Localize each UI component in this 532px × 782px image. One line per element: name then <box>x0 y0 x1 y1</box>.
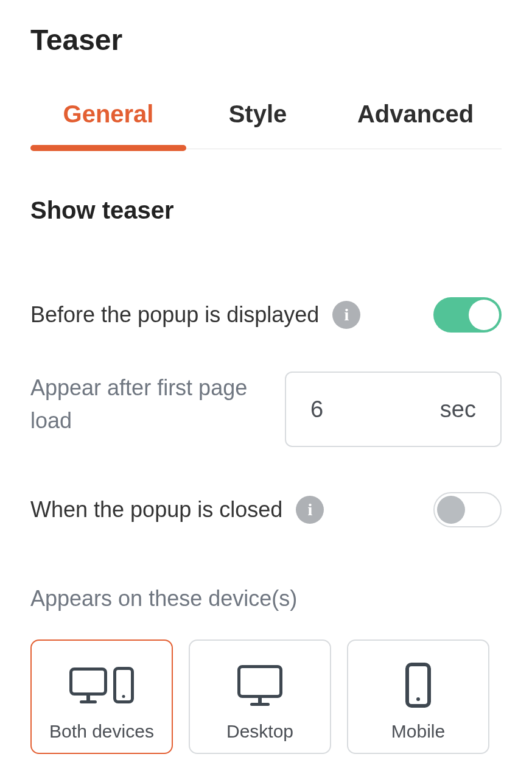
setting-when-closed: When the popup is closed <box>30 492 502 527</box>
tabs: General Style Advanced <box>30 100 502 149</box>
device-option-desktop[interactable]: Desktop <box>189 639 331 754</box>
device-option-label: Both devices <box>49 721 154 742</box>
appear-after-unit: sec <box>440 396 476 423</box>
mobile-icon <box>113 667 134 703</box>
desktop-icon <box>69 668 107 703</box>
page-title: Teaser <box>30 23 502 57</box>
section-show-teaser-title: Show teaser <box>30 197 502 224</box>
appear-after-input[interactable]: 6 sec <box>285 372 502 447</box>
device-option-mobile[interactable]: Mobile <box>347 639 489 754</box>
mobile-icon <box>405 663 431 708</box>
device-option-both[interactable]: Both devices <box>30 639 173 754</box>
device-option-label: Desktop <box>226 721 293 742</box>
before-displayed-toggle[interactable] <box>433 297 502 333</box>
info-icon[interactable] <box>332 301 360 329</box>
devices-label: Appears on these device(s) <box>30 582 502 615</box>
setting-before-displayed: Before the popup is displayed <box>30 297 502 333</box>
appear-after-value: 6 <box>310 396 323 423</box>
tab-general[interactable]: General <box>30 100 186 149</box>
device-selector: Both devices Desktop Mobile <box>30 639 502 754</box>
device-option-label: Mobile <box>391 721 445 742</box>
desktop-icon <box>241 665 279 706</box>
when-closed-toggle[interactable] <box>433 492 502 527</box>
info-icon[interactable] <box>296 496 324 524</box>
tab-advanced[interactable]: Advanced <box>329 100 502 149</box>
before-displayed-label: Before the popup is displayed <box>30 299 319 331</box>
setting-appear-after: Appear after first page load 6 sec <box>30 372 502 447</box>
when-closed-label: When the popup is closed <box>30 494 282 526</box>
appear-after-label: Appear after first page load <box>30 372 262 437</box>
tab-style[interactable]: Style <box>186 100 329 149</box>
